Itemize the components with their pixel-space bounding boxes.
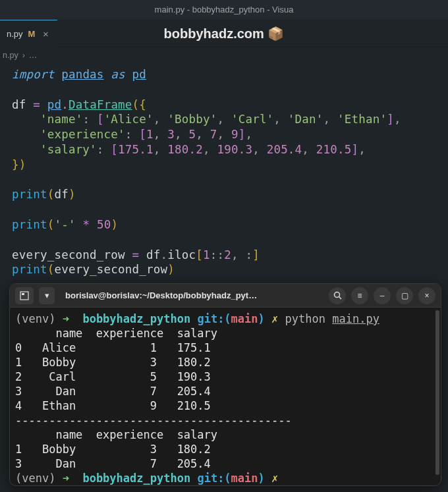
terminal-scrollbar[interactable] [435,310,439,475]
svg-rect-1 [22,293,24,295]
svg-point-2 [334,292,339,298]
svg-line-3 [339,297,341,300]
brand-overlay: bobbyhadz.com 📦 [0,26,448,41]
tab-close-icon[interactable]: × [40,28,51,39]
terminal-dropdown-button[interactable]: ▾ [39,287,55,304]
terminal-window: ▾ borislav@borislav:~/Desktop/bobbyhadz_… [9,283,441,486]
maximize-icon[interactable]: ▢ [396,287,413,304]
terminal-title: borislav@borislav:~/Desktop/bobbyhadz_py… [60,290,323,300]
tab-modified-badge: M [28,29,36,39]
breadcrumb-file: n.py [3,51,18,60]
window-title: main.py - bobbyhadz_python - Visua [0,0,448,20]
box-icon: 📦 [267,26,284,41]
search-icon[interactable] [329,287,346,304]
tab-bar: n.py M × bobbyhadz.com 📦 [0,20,448,47]
terminal-newtab-button[interactable] [15,287,34,304]
tab-filename: n.py [7,29,23,39]
chevron-right-icon: › [22,51,25,60]
menu-icon[interactable]: ≡ [351,287,368,304]
breadcrumb[interactable]: n.py › … [0,47,448,63]
minimize-icon[interactable]: – [374,287,391,304]
breadcrumb-more: … [29,51,38,60]
code-editor[interactable]: import pandas as pd df = pd.DataFrame({ … [0,63,448,277]
terminal-titlebar: ▾ borislav@borislav:~/Desktop/bobbyhadz_… [10,284,441,308]
close-icon[interactable]: × [418,287,435,304]
svg-rect-0 [20,292,28,300]
editor-tab[interactable]: n.py M × [0,20,57,47]
terminal-output[interactable]: (venv) ➜ bobbyhadz_python git:(main) ✗ p… [10,308,441,486]
